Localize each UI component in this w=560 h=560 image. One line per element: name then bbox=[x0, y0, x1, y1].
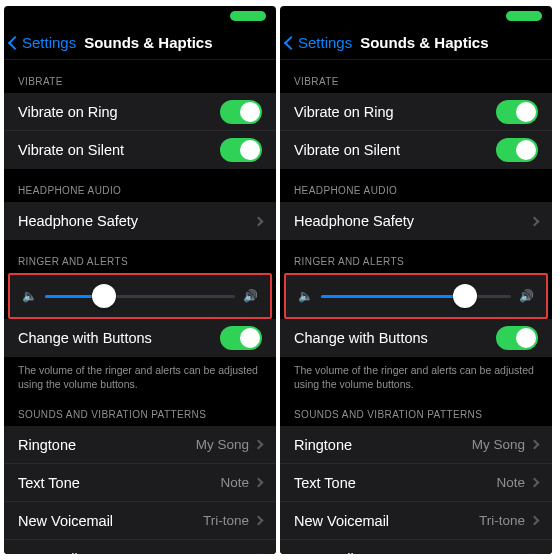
group-footer: The volume of the ringer and alerts can … bbox=[280, 357, 552, 393]
row-value: Note bbox=[496, 475, 525, 490]
row-sound-item[interactable]: New Voicemail Tri-tone bbox=[280, 502, 552, 540]
group-header-headphone: HEADPHONE AUDIO bbox=[4, 169, 276, 202]
group-header-sounds: SOUNDS AND VIBRATION PATTERNS bbox=[4, 393, 276, 426]
row-label: Text Tone bbox=[18, 475, 220, 491]
chevron-right-icon bbox=[530, 478, 540, 488]
chevron-left-icon bbox=[8, 35, 22, 49]
group-footer: The volume of the ringer and alerts can … bbox=[4, 357, 276, 393]
row-value: Note bbox=[220, 475, 249, 490]
back-button[interactable]: Settings bbox=[10, 34, 76, 51]
row-label: Change with Buttons bbox=[18, 330, 220, 346]
sounds-list: Ringtone My Song Text Tone Note New Voic… bbox=[280, 426, 552, 554]
row-change-with-buttons[interactable]: Change with Buttons bbox=[4, 319, 276, 357]
row-volume-slider[interactable]: 🔈 🔊 bbox=[286, 275, 546, 317]
back-label: Settings bbox=[22, 34, 76, 51]
toggle-vibrate-silent[interactable] bbox=[496, 138, 538, 162]
row-label: Ringtone bbox=[18, 437, 196, 453]
row-change-with-buttons[interactable]: Change with Buttons bbox=[280, 319, 552, 357]
row-sound-item[interactable]: New Mail None bbox=[4, 540, 276, 554]
toggle-change-with-buttons[interactable] bbox=[496, 326, 538, 350]
row-headphone-safety[interactable]: Headphone Safety bbox=[4, 202, 276, 240]
page-title: Sounds & Haptics bbox=[352, 34, 546, 51]
row-label: Text Tone bbox=[294, 475, 496, 491]
chevron-right-icon bbox=[254, 216, 264, 226]
group-header-headphone: HEADPHONE AUDIO bbox=[280, 169, 552, 202]
row-label: Vibrate on Silent bbox=[294, 142, 496, 158]
volume-slider[interactable] bbox=[45, 295, 235, 298]
page-title: Sounds & Haptics bbox=[76, 34, 270, 51]
status-pill bbox=[230, 11, 266, 21]
row-sound-item[interactable]: Ringtone My Song bbox=[4, 426, 276, 464]
slider-knob[interactable] bbox=[92, 284, 116, 308]
speaker-low-icon: 🔈 bbox=[298, 289, 313, 303]
row-label: New Voicemail bbox=[18, 513, 203, 529]
row-vibrate-silent[interactable]: Vibrate on Silent bbox=[280, 131, 552, 169]
speaker-high-icon: 🔊 bbox=[243, 289, 258, 303]
row-headphone-safety[interactable]: Headphone Safety bbox=[280, 202, 552, 240]
row-sound-item[interactable]: New Voicemail Tri-tone bbox=[4, 502, 276, 540]
chevron-right-icon bbox=[254, 478, 264, 488]
toggle-vibrate-ring[interactable] bbox=[220, 100, 262, 124]
group-header-sounds: SOUNDS AND VIBRATION PATTERNS bbox=[280, 393, 552, 426]
row-label: New Mail bbox=[18, 551, 217, 554]
slider-highlight-box: 🔈 🔊 bbox=[8, 273, 272, 319]
row-value: Tri-tone bbox=[479, 513, 525, 528]
chevron-right-icon bbox=[254, 516, 264, 526]
slider-highlight-box: 🔈 🔊 bbox=[284, 273, 548, 319]
row-value: None bbox=[217, 551, 249, 554]
status-bar bbox=[4, 6, 276, 26]
toggle-change-with-buttons[interactable] bbox=[220, 326, 262, 350]
phone-screen-right: Settings Sounds & Haptics VIBRATE Vibrat… bbox=[280, 6, 552, 554]
row-vibrate-ring[interactable]: Vibrate on Ring bbox=[4, 93, 276, 131]
group-header-vibrate: VIBRATE bbox=[4, 60, 276, 93]
toggle-vibrate-silent[interactable] bbox=[220, 138, 262, 162]
row-label: Vibrate on Silent bbox=[18, 142, 220, 158]
back-label: Settings bbox=[298, 34, 352, 51]
row-label: Headphone Safety bbox=[18, 213, 255, 229]
row-label: Vibrate on Ring bbox=[294, 104, 496, 120]
row-value: Tri-tone bbox=[203, 513, 249, 528]
toggle-vibrate-ring[interactable] bbox=[496, 100, 538, 124]
nav-bar: Settings Sounds & Haptics bbox=[4, 26, 276, 60]
chevron-right-icon bbox=[254, 440, 264, 450]
row-label: Headphone Safety bbox=[294, 213, 531, 229]
row-volume-slider[interactable]: 🔈 🔊 bbox=[10, 275, 270, 317]
row-sound-item[interactable]: Ringtone My Song bbox=[280, 426, 552, 464]
group-header-ringer: RINGER AND ALERTS bbox=[4, 240, 276, 273]
row-value: My Song bbox=[196, 437, 249, 452]
status-pill bbox=[506, 11, 542, 21]
group-header-vibrate: VIBRATE bbox=[280, 60, 552, 93]
group-header-ringer: RINGER AND ALERTS bbox=[280, 240, 552, 273]
row-sound-item[interactable]: Text Tone Note bbox=[4, 464, 276, 502]
back-button[interactable]: Settings bbox=[286, 34, 352, 51]
slider-fill bbox=[321, 295, 465, 298]
chevron-right-icon bbox=[530, 440, 540, 450]
chevron-left-icon bbox=[284, 35, 298, 49]
row-label: New Mail bbox=[294, 551, 493, 554]
sounds-list: Ringtone My Song Text Tone Note New Voic… bbox=[4, 426, 276, 554]
slider-knob[interactable] bbox=[453, 284, 477, 308]
row-value: None bbox=[493, 551, 525, 554]
chevron-right-icon bbox=[530, 216, 540, 226]
row-sound-item[interactable]: Text Tone Note bbox=[280, 464, 552, 502]
row-vibrate-ring[interactable]: Vibrate on Ring bbox=[280, 93, 552, 131]
row-vibrate-silent[interactable]: Vibrate on Silent bbox=[4, 131, 276, 169]
speaker-high-icon: 🔊 bbox=[519, 289, 534, 303]
row-value: My Song bbox=[472, 437, 525, 452]
speaker-low-icon: 🔈 bbox=[22, 289, 37, 303]
phone-screen-left: Settings Sounds & Haptics VIBRATE Vibrat… bbox=[4, 6, 276, 554]
row-label: Change with Buttons bbox=[294, 330, 496, 346]
chevron-right-icon bbox=[530, 516, 540, 526]
nav-bar: Settings Sounds & Haptics bbox=[280, 26, 552, 60]
row-sound-item[interactable]: New Mail None bbox=[280, 540, 552, 554]
status-bar bbox=[280, 6, 552, 26]
volume-slider[interactable] bbox=[321, 295, 511, 298]
row-label: Vibrate on Ring bbox=[18, 104, 220, 120]
row-label: Ringtone bbox=[294, 437, 472, 453]
row-label: New Voicemail bbox=[294, 513, 479, 529]
